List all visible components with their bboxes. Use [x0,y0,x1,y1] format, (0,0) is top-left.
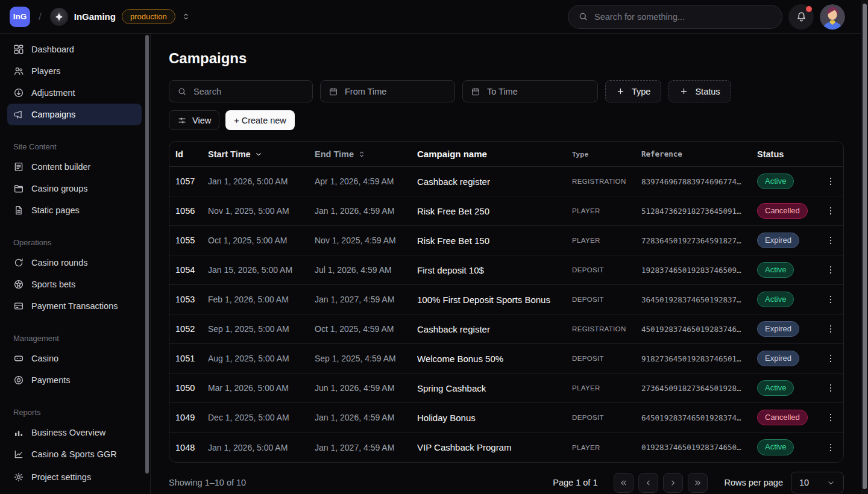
adjustment-icon [13,87,24,98]
sidebar: DashboardPlayersAdjustmentCampaignsSite … [0,34,151,494]
sidebar-item-content-builder[interactable]: Content builder [7,156,142,178]
row-menu-button[interactable] [822,291,839,308]
cell-campaign-name: Risk Free Bet 150 [417,236,572,246]
column-header-label: Id [175,149,183,159]
cell-campaign-name: VIP Cashback Program [417,442,572,452]
to-time-picker[interactable]: To Time [462,80,598,102]
column-header-start-time[interactable]: Start Time [208,149,315,159]
sidebar-item-casino-sports-ggr[interactable]: Casino & Sports GGR [7,443,142,465]
sidebar-section-label: Operations [7,238,142,247]
cell-id: 1057 [175,177,208,186]
column-header-end-time[interactable]: End Time [315,149,417,159]
global-search-input[interactable] [594,12,772,22]
view-button-label: View [192,116,211,125]
sidebar-item-static-pages[interactable]: Static pages [7,199,142,221]
to-time-placeholder: To Time [487,87,518,96]
prev-page-button[interactable] [638,473,658,493]
sidebar-item-payments[interactable]: Payments [7,369,142,391]
cell-end-time: Jan 1, 2026, 4:59 AM [315,413,417,422]
sidebar-item-project-settings[interactable]: Project settings [7,466,142,488]
row-menu-button[interactable] [822,320,839,337]
row-menu-button[interactable] [822,439,839,456]
create-new-button[interactable]: + Create new [225,110,295,130]
cell-type: PLAYER [572,384,641,392]
user-avatar[interactable] [820,4,845,30]
cell-type: PLAYER [572,207,641,214]
table-row: 1054Jan 15, 2026, 5:00 AMJul 1, 2026, 4:… [169,255,843,285]
status-badge: Expired [757,321,799,337]
column-header-label: Status [757,149,784,159]
breadcrumb-separator: / [37,11,43,23]
cell-reference: 364501928374650192837… [641,295,751,304]
cell-status: Active [751,262,817,278]
cell-campaign-name: Spring Cashback [417,383,572,393]
row-menu-button[interactable] [822,173,839,190]
row-menu-button[interactable] [822,202,839,219]
sidebar-item-dashboard[interactable]: Dashboard [7,39,142,60]
from-time-picker[interactable]: From Time [320,80,455,102]
cell-status: Active [751,174,817,189]
column-header-type: Type [572,151,641,158]
casino-groups-icon [13,183,24,194]
cell-campaign-name: Risk Free Bet 250 [417,206,572,216]
calendar-icon [329,87,338,96]
sidebar-item-casino-groups[interactable]: Casino groups [7,178,142,199]
page-scrollbar-thumb[interactable] [863,4,867,489]
sidebar-scrollbar-thumb[interactable] [145,35,149,474]
cell-reference: 918273645019283746501… [641,354,751,363]
app-logo[interactable]: InG [10,7,30,27]
last-page-button[interactable] [688,473,708,493]
cell-reference: 839746967883974696774… [641,177,751,186]
cell-status: Expired [751,321,817,337]
table-search-input[interactable] [193,87,304,96]
chevrons-up-down-icon[interactable] [181,12,190,21]
table-search[interactable] [169,80,313,102]
cell-reference: 512847362918273645091… [641,207,751,216]
payments-icon [13,375,24,386]
row-menu-button[interactable] [822,350,839,367]
status-badge: Active [757,174,794,189]
cell-start-time: Jan 1, 2026, 5:00 AM [208,177,315,186]
players-icon [13,66,24,77]
cell-status: Expired [751,351,817,366]
next-page-button[interactable] [663,473,683,493]
row-menu-button[interactable] [822,380,839,396]
column-header-campaign-name: Campaign name [417,149,572,159]
type-filter-button[interactable]: Type [605,80,661,102]
sidebar-item-adjustment[interactable]: Adjustment [7,82,142,104]
sidebar-item-casino[interactable]: Casino [7,348,142,369]
sidebar-item-payment-transactions[interactable]: Payment Transactions [7,295,142,317]
row-menu-button[interactable] [822,409,839,426]
search-icon [578,11,588,22]
status-filter-button[interactable]: Status [668,80,731,102]
column-header-label: Type [572,151,588,158]
row-menu-button[interactable] [822,232,839,249]
sidebar-item-sports-bets[interactable]: Sports bets [7,274,142,295]
sidebar-item-campaigns[interactable]: Campaigns [7,104,142,125]
actions-bar: View + Create new [169,110,861,130]
first-page-button[interactable] [614,473,634,493]
org-switcher[interactable]: InGaming production [50,8,190,26]
cell-status: Active [751,292,817,307]
sidebar-item-casino-rounds[interactable]: Casino rounds [7,252,142,274]
sliders-icon [177,116,187,125]
gear-icon [13,472,24,483]
table-row: 1051Aug 1, 2025, 5:00 AMSep 1, 2025, 4:5… [169,344,843,374]
cell-end-time: Jun 1, 2026, 4:59 AM [315,383,417,393]
table-row: 1057Jan 1, 2026, 5:00 AMApr 1, 2026, 4:5… [169,167,843,196]
notifications-button[interactable] [788,4,814,30]
column-header-reference: Reference [641,149,751,158]
sidebar-section-label: Reports [7,408,142,417]
cell-end-time: Nov 1, 2025, 4:59 AM [315,236,417,245]
cell-start-time: Jan 15, 2026, 5:00 AM [208,265,315,275]
rows-per-page-select[interactable]: 10 [791,472,844,493]
page-scrollbar[interactable] [861,0,868,494]
filter-bar: From Time To Time Type Status [169,80,861,102]
global-search[interactable] [568,5,782,29]
sidebar-item-players[interactable]: Players [7,60,142,82]
sidebar-item-business-overview[interactable]: Business Overview [7,422,142,443]
view-button[interactable]: View [169,110,219,130]
cell-start-time: Jan 1, 2026, 5:00 AM [208,443,315,452]
column-header-id: Id [175,149,208,159]
row-menu-button[interactable] [822,261,839,278]
